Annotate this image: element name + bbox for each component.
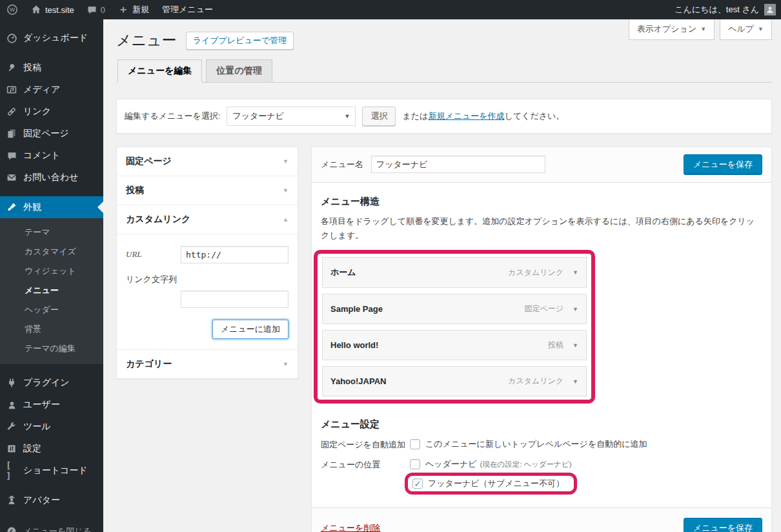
sidebar-item-shortcode[interactable]: [ ] ショートコード [0, 460, 103, 482]
submenu-item-menus[interactable]: メニュー [0, 281, 103, 300]
link-text-input[interactable] [181, 291, 289, 308]
link-icon [6, 106, 17, 118]
new-label: 新規 [132, 4, 149, 15]
sidebar-item-links[interactable]: リンク [0, 101, 103, 123]
sidebar-item-tools[interactable]: ツール [0, 416, 103, 438]
url-input[interactable] [181, 246, 289, 263]
submenu-item-editor[interactable]: テーマの編集 [0, 339, 103, 358]
live-preview-button[interactable]: ライブプレビューで管理 [186, 32, 294, 50]
panel-posts: 投稿 [117, 176, 298, 205]
menu-item-sample-page[interactable]: Sample Page 固定ページ [322, 294, 587, 324]
submenu-item-background[interactable]: 背景 [0, 320, 103, 339]
nav-tabs: メニューを編集 位置の管理 [116, 59, 772, 83]
pages-icon [6, 128, 17, 139]
save-menu-button-bottom[interactable]: メニューを保存 [684, 518, 762, 532]
panel-pages-header[interactable]: 固定ページ [117, 147, 298, 176]
item-expand-arrow-icon[interactable] [573, 306, 578, 312]
screen-options-button[interactable]: 表示オプション [629, 19, 715, 40]
link-text-label: リンク文字列 [126, 274, 289, 285]
submenu-item-customize[interactable]: カスタマイズ [0, 242, 103, 261]
comment-count: 0 [101, 5, 105, 15]
menu-item-home[interactable]: ホーム カスタムリンク [322, 257, 587, 288]
new-content-menu[interactable]: ＋ 新規 [112, 0, 156, 19]
menu-select-value: フッターナビ [232, 110, 284, 122]
delete-menu-link[interactable]: メニューを削除 [321, 522, 380, 532]
auto-add-label: 固定ページを自動追加 [321, 438, 410, 451]
panel-posts-header[interactable]: 投稿 [117, 176, 298, 205]
menu-item-title: ホーム [330, 267, 356, 278]
help-button[interactable]: ヘルプ [720, 19, 772, 40]
menu-items-list: ホーム カスタムリンク Sample Page 固定ページ Hello worl… [322, 257, 587, 396]
sidebar-item-label: ダッシュボード [23, 32, 88, 44]
tab-edit-menus[interactable]: メニューを編集 [117, 59, 202, 83]
site-link[interactable]: test.site [25, 0, 81, 19]
sidebar-item-label: ショートコード [23, 465, 88, 476]
auto-add-checkbox[interactable] [410, 439, 420, 449]
sidebar-item-media[interactable]: メディア [0, 79, 103, 101]
panel-categories-header[interactable]: カテゴリー [117, 350, 298, 378]
chevron-down-icon [283, 361, 289, 367]
add-to-menu-button[interactable]: メニューに追加 [212, 320, 289, 339]
panel-pages: 固定ページ [117, 147, 298, 176]
chevron-down-icon [758, 26, 764, 32]
auto-add-row: 固定ページを自動追加 このメニューに新しいトップレベルページを自動的に追加 [321, 438, 762, 451]
sidebar-item-settings[interactable]: 設定 [0, 438, 103, 460]
submenu-item-widgets[interactable]: ウィジェット [0, 261, 103, 281]
menu-location-row: メニューの位置 ヘッダーナビ (現在の設定: ヘッダーナビ) フッターナビ（サブ… [321, 458, 762, 491]
menu-item-title: Sample Page [330, 304, 383, 314]
menu-select-label: 編集するメニューを選択: [125, 110, 220, 122]
menu-item-title: Yahoo!JAPAN [330, 376, 386, 386]
collapse-menu-button[interactable]: メニューを閉じる [0, 520, 103, 532]
item-expand-arrow-icon[interactable] [573, 378, 578, 385]
sidebar-item-label: アバター [23, 495, 60, 506]
chevron-down-icon [283, 158, 289, 165]
menu-select-dropdown[interactable]: フッターナビ [227, 107, 356, 126]
user-avatar[interactable] [764, 4, 776, 15]
sidebar-item-users[interactable]: ユーザー [0, 394, 103, 416]
sidebar-item-label: 外観 [23, 201, 41, 213]
chevron-up-icon [283, 216, 289, 223]
panel-title: カテゴリー [126, 358, 172, 370]
select-menu-button[interactable]: 選択 [362, 107, 396, 126]
sidebar-item-plugins[interactable]: プラグイン [0, 372, 103, 394]
footer-nav-checkbox[interactable] [412, 478, 423, 489]
item-expand-arrow-icon[interactable] [573, 269, 578, 276]
sidebar-item-label: ユーザー [23, 399, 60, 411]
save-menu-button-top[interactable]: メニューを保存 [684, 154, 762, 175]
comments-shortcut[interactable]: 0 [81, 0, 112, 19]
submenu-item-header[interactable]: ヘッダー [0, 300, 103, 320]
menu-name-input[interactable] [371, 156, 545, 173]
header-nav-checkbox[interactable] [410, 459, 420, 469]
sidebar-item-comments[interactable]: コメント [0, 145, 103, 167]
panel-custom-links-header[interactable]: カスタムリンク [117, 205, 298, 234]
tab-manage-locations[interactable]: 位置の管理 [206, 59, 272, 83]
admin-menu-item[interactable]: 管理メニュー [156, 0, 219, 19]
sidebar-item-dashboard[interactable]: ダッシュボード [0, 27, 103, 49]
screen-options-label: 表示オプション [637, 23, 697, 35]
menu-item-yahoo-japan[interactable]: Yahoo!JAPAN カスタムリンク [322, 366, 587, 396]
sidebar-item-contact[interactable]: お問い合わせ [0, 167, 103, 189]
sidebar-item-posts[interactable]: 投稿 [0, 57, 103, 79]
admin-sidebar: ダッシュボード 投稿 メディア リンク 固定ページ コメント お問い合わせ [0, 19, 103, 532]
menu-item-type: カスタムリンク [508, 376, 563, 387]
wp-logo-menu[interactable]: W [0, 0, 25, 19]
panel-custom-links: カスタムリンク URL リンク文字列 メニューに追加 [117, 205, 298, 350]
sidebar-item-pages[interactable]: 固定ページ [0, 123, 103, 145]
user-icon [6, 399, 17, 411]
menu-item-hello-world[interactable]: Hello world! 投稿 [322, 330, 587, 360]
sidebar-item-label: 固定ページ [23, 128, 69, 139]
item-expand-arrow-icon[interactable] [573, 342, 578, 349]
media-icon [6, 84, 17, 96]
sidebar-item-label: 投稿 [23, 62, 41, 74]
create-new-menu-link[interactable]: 新規メニューを作成 [428, 111, 504, 121]
shortcode-brackets-icon: [ ] [6, 465, 17, 476]
sidebar-item-appearance[interactable]: 外観 [0, 196, 103, 218]
admin-bar-right: こんにちは、test さん [674, 4, 781, 15]
user-greeting[interactable]: こんにちは、test さん [674, 4, 759, 15]
sidebar-item-avatar[interactable]: アバター [0, 489, 103, 511]
home-icon [31, 5, 41, 15]
submenu-item-themes[interactable]: テーマ [0, 223, 103, 242]
location-footer-nav: フッターナビ（サブメニュー不可） [410, 476, 572, 491]
admin-menu-label: 管理メニュー [162, 4, 213, 15]
main-content: 表示オプション ヘルプ メニュー ライブプレビューで管理 メニューを編集 位置の… [103, 0, 781, 532]
